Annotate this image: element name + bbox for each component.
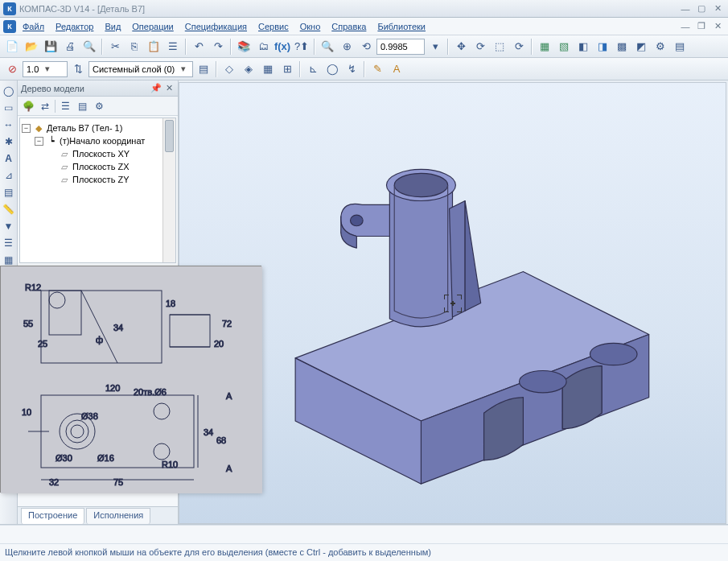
wireframe-icon[interactable]: ▦ (536, 38, 553, 56)
tree-origin[interactable]: − ┕ (т)Начало координат (35, 134, 174, 147)
tree-plane-label: Плоскость XY (72, 149, 130, 159)
snap-end-icon[interactable]: ◇ (220, 60, 238, 78)
panel-close-icon[interactable]: ✕ (163, 83, 175, 94)
menu-service[interactable]: Сервис (253, 20, 294, 33)
separator (531, 39, 533, 55)
app-menu-icon[interactable]: К (3, 20, 16, 33)
window-title: КОМПАС-3D V14 - [Деталь В7] (19, 4, 678, 14)
orient-icon[interactable]: ⬚ (491, 38, 508, 56)
local-cs-icon[interactable]: ↯ (343, 60, 360, 78)
manager-icon[interactable]: 🗂 (254, 38, 272, 56)
svg-text:Ø16: Ø16 (97, 453, 114, 463)
sketch-icon[interactable]: ✎ (368, 60, 386, 78)
print-icon[interactable]: 🖨 (61, 38, 79, 56)
tree-display-icon[interactable]: ▤ (75, 99, 89, 113)
zoom-in-icon[interactable]: ⊕ (338, 38, 356, 56)
scrollbar[interactable] (162, 118, 175, 262)
constraints-icon[interactable]: ⊿ (2, 168, 16, 183)
tree-relations-icon[interactable]: ⇄ (38, 99, 52, 113)
dimensions-icon[interactable]: ↔ (2, 118, 16, 132)
step-icon[interactable]: ⇅ (69, 60, 87, 78)
geometry-icon[interactable]: ◯ (2, 84, 16, 98)
filters-icon[interactable]: ▼ (2, 219, 16, 233)
zoom-window-icon[interactable]: 🔍 (319, 38, 336, 56)
minimize-button[interactable]: — (678, 3, 693, 14)
new-icon[interactable]: 📄 (3, 38, 21, 56)
shaded-wire-icon[interactable]: ◧ (574, 38, 592, 56)
refresh-icon[interactable]: ⟳ (510, 38, 528, 56)
pin-icon[interactable]: 📌 (150, 83, 162, 94)
scrollbar-thumb[interactable] (165, 120, 174, 152)
round-icon[interactable]: ◯ (323, 60, 341, 78)
properties-icon[interactable]: ☰ (164, 38, 182, 56)
mdi-minimize-button[interactable]: — (678, 21, 693, 32)
collapse-icon[interactable]: − (35, 137, 43, 146)
tree-settings-icon[interactable]: ⚙ (92, 99, 106, 113)
layer-combo[interactable]: Системный слой (0) ▾ (88, 61, 193, 77)
symbols-icon[interactable]: ✱ (2, 134, 16, 149)
zoom-prev-icon[interactable]: ⟲ (357, 38, 375, 56)
zoom-input[interactable] (376, 39, 425, 55)
tree-plane-xy[interactable]: ▱ Плоскость XY (47, 147, 174, 160)
tab-build[interactable]: Построение (21, 508, 84, 524)
tree-filter-icon[interactable]: ☰ (58, 99, 72, 113)
menu-window[interactable]: Окно (295, 20, 326, 33)
separator (216, 61, 217, 77)
svg-text:20тв.Ø6: 20тв.Ø6 (134, 387, 167, 397)
separator (447, 39, 449, 55)
menu-spec[interactable]: Спецификация (180, 20, 252, 33)
text-icon[interactable]: A (388, 60, 405, 78)
snap-grid-icon[interactable]: ▦ (259, 60, 277, 78)
tree-root[interactable]: − ◆ Деталь В7 (Тел- 1) (22, 122, 174, 134)
text-panel-icon[interactable]: A (2, 151, 16, 166)
menu-file[interactable]: Файл (18, 20, 49, 33)
separator (55, 100, 56, 113)
stop-icon[interactable]: ⊘ (3, 60, 21, 78)
undo-icon[interactable]: ↶ (190, 38, 208, 56)
maximize-button[interactable]: ▢ (694, 3, 709, 14)
menu-operations[interactable]: Операции (127, 20, 178, 33)
mdi-restore-button[interactable]: ❐ (694, 21, 709, 32)
model-tree[interactable]: − ◆ Деталь В7 (Тел- 1) − ┕ (т)Начало коо… (19, 118, 176, 263)
params-icon[interactable]: ▤ (2, 185, 16, 200)
snap-mid-icon[interactable]: ◈ (240, 60, 257, 78)
zoom-dropdown-icon[interactable]: ▾ (426, 38, 444, 56)
shaded-icon[interactable]: ◨ (594, 38, 611, 56)
menu-help[interactable]: Справка (327, 20, 371, 33)
tree-plane-zx[interactable]: ▱ Плоскость ZX (47, 160, 174, 173)
collapse-icon[interactable]: − (22, 124, 31, 133)
scale-combo[interactable]: 1.0 ▾ (23, 61, 68, 77)
help-icon[interactable]: ?⬆ (293, 38, 311, 56)
ortho-icon[interactable]: ⊾ (304, 60, 322, 78)
edit-icon[interactable]: ▭ (2, 101, 16, 115)
paste-icon[interactable]: 📋 (145, 38, 162, 56)
menu-libs[interactable]: Библиотеки (372, 20, 430, 33)
open-icon[interactable]: 📂 (23, 38, 40, 56)
simplify-icon[interactable]: ▤ (671, 38, 689, 56)
halftone-icon[interactable]: ▩ (613, 38, 631, 56)
snap-toggle-icon[interactable]: ⊞ (278, 60, 296, 78)
cut-icon[interactable]: ✂ (106, 38, 124, 56)
mdi-close-button[interactable]: ✕ (710, 21, 725, 32)
close-button[interactable]: ✕ (710, 3, 725, 14)
perspective-icon[interactable]: ◩ (632, 38, 650, 56)
layer-mgr-icon[interactable]: ▤ (195, 60, 212, 78)
pan-icon[interactable]: ✥ (452, 38, 470, 56)
library-icon[interactable]: 📚 (235, 38, 253, 56)
tab-exec[interactable]: Исполнения (86, 508, 150, 524)
copy-icon[interactable]: ⎘ (125, 38, 143, 56)
redo-icon[interactable]: ↷ (209, 38, 227, 56)
measure-icon[interactable]: 📏 (2, 202, 16, 217)
rotate-icon[interactable]: ⟳ (471, 38, 489, 56)
tree-view-icon[interactable]: 🌳 (21, 99, 35, 113)
variables-icon[interactable]: f(x) (274, 38, 291, 56)
hidden-icon[interactable]: ▧ (555, 38, 573, 56)
config-icon[interactable]: ⚙ (652, 38, 669, 56)
menu-view[interactable]: Вид (100, 20, 125, 33)
save-icon[interactable]: 💾 (42, 38, 60, 56)
blueprint-drawing: R12 55 25 ф 34 18 72 20 120 10 20тв.Ø6 Ø (1, 266, 262, 493)
tree-plane-zy[interactable]: ▱ Плоскость ZY (47, 173, 174, 186)
menu-edit[interactable]: Редактор (51, 20, 98, 33)
preview-icon[interactable]: 🔍 (80, 38, 98, 56)
spec-icon[interactable]: ☰ (2, 236, 16, 250)
